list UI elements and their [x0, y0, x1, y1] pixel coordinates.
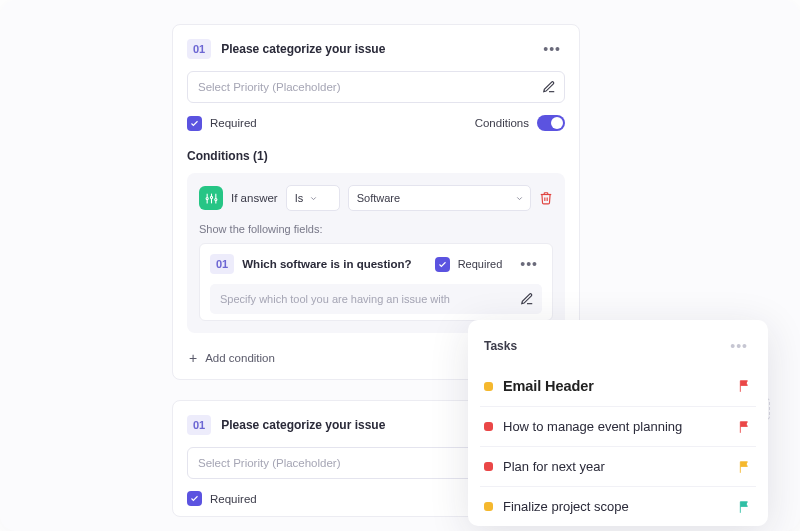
nested-field-title: Which software is in question? [242, 258, 426, 270]
field-number-badge: 01 [187, 415, 211, 435]
task-row[interactable]: Finalize project scope [480, 486, 756, 526]
task-row[interactable]: Email Header [480, 366, 756, 406]
status-bullet [484, 422, 493, 431]
value-select[interactable]: Software [348, 185, 531, 211]
more-menu-icon[interactable]: ••• [539, 39, 565, 59]
chevron-down-icon [309, 194, 318, 203]
nested-input-row[interactable] [210, 284, 542, 314]
required-checkbox[interactable] [187, 491, 202, 506]
required-label: Required [210, 493, 257, 505]
svg-point-2 [214, 198, 216, 200]
task-label: How to manage event planning [503, 419, 728, 434]
task-label: Email Header [503, 378, 728, 394]
flag-icon[interactable] [738, 379, 752, 393]
status-bullet [484, 462, 493, 471]
if-answer-label: If answer [231, 192, 278, 204]
condition-box: If answer Is Software Show the following… [187, 173, 565, 333]
delete-icon[interactable] [539, 191, 553, 205]
conditions-label: Conditions [475, 117, 529, 129]
edit-icon[interactable] [542, 80, 556, 94]
nested-required-label: Required [458, 258, 503, 270]
nested-more-menu-icon[interactable]: ••• [516, 254, 542, 274]
conditions-count: Conditions (1) [187, 149, 565, 163]
priority-input[interactable] [198, 81, 542, 93]
field-title: Please categorize your issue [221, 42, 529, 56]
show-fields-label: Show the following fields: [199, 223, 553, 235]
flag-icon[interactable] [738, 500, 752, 514]
chevron-down-icon [515, 194, 524, 203]
svg-point-0 [206, 197, 208, 199]
tasks-title: Tasks [484, 339, 517, 353]
conditions-toggle[interactable] [537, 115, 565, 131]
required-label: Required [210, 117, 257, 129]
nested-field: 01 Which software is in question? Requir… [199, 243, 553, 321]
svg-point-1 [210, 196, 212, 198]
nested-field-number: 01 [210, 254, 234, 274]
condition-icon [199, 186, 223, 210]
priority-select[interactable] [187, 71, 565, 103]
tasks-more-icon[interactable]: ••• [726, 336, 752, 356]
status-bullet [484, 502, 493, 511]
task-label: Plan for next year [503, 459, 728, 474]
field-number-badge: 01 [187, 39, 211, 59]
flag-icon[interactable] [738, 460, 752, 474]
required-checkbox[interactable] [187, 116, 202, 131]
nested-input[interactable] [220, 293, 520, 305]
plus-icon: + [189, 351, 197, 365]
operator-select[interactable]: Is [286, 185, 340, 211]
nested-required-checkbox[interactable] [435, 257, 450, 272]
status-bullet [484, 382, 493, 391]
flag-icon[interactable] [738, 420, 752, 434]
tasks-panel: Tasks ••• Email HeaderHow to manage even… [468, 320, 768, 526]
edit-icon[interactable] [520, 292, 534, 306]
task-row[interactable]: How to manage event planning [480, 406, 756, 446]
task-row[interactable]: Plan for next year [480, 446, 756, 486]
task-label: Finalize project scope [503, 499, 728, 514]
